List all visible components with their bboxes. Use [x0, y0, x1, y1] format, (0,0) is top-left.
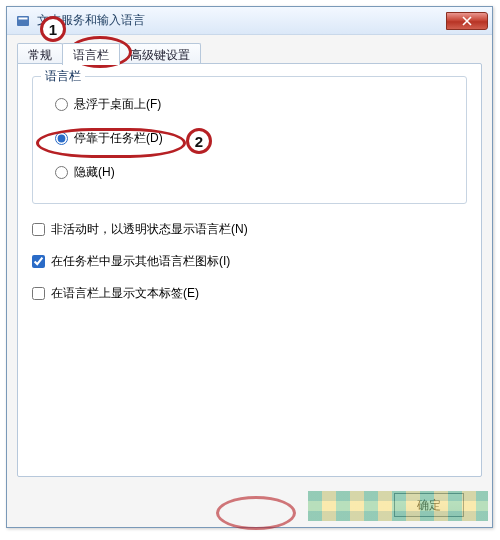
tab-panel-language-bar: 语言栏 悬浮于桌面上(F) 停靠于任务栏(D) 隐藏(H) 非活动时，以透 [17, 63, 482, 477]
tab-strip: 常规 语言栏 高级键设置 [17, 43, 200, 64]
check-extra-icons-input[interactable] [32, 255, 45, 268]
radio-hidden-input[interactable] [55, 166, 68, 179]
radio-hidden-label: 隐藏(H) [74, 164, 115, 181]
check-text-labels-input[interactable] [32, 287, 45, 300]
titlebar[interactable]: 文本服务和输入语言 [7, 7, 492, 35]
close-button[interactable] [446, 12, 488, 30]
radio-hidden[interactable]: 隐藏(H) [55, 163, 115, 181]
radio-float-input[interactable] [55, 98, 68, 111]
app-icon [15, 13, 31, 29]
window-buttons [446, 12, 488, 30]
dialog-footer: 确定 [7, 483, 492, 527]
radio-docked[interactable]: 停靠于任务栏(D) [55, 129, 163, 147]
checkbox-section: 非活动时，以透明状态显示语言栏(N) 在任务栏中显示其他语言栏图标(I) 在语言… [32, 220, 467, 316]
check-text-labels-label: 在语言栏上显示文本标签(E) [51, 285, 199, 302]
svg-rect-1 [19, 17, 28, 19]
radio-float-label: 悬浮于桌面上(F) [74, 96, 161, 113]
window-title: 文本服务和输入语言 [37, 12, 446, 29]
check-text-labels[interactable]: 在语言栏上显示文本标签(E) [32, 284, 467, 302]
radio-float[interactable]: 悬浮于桌面上(F) [55, 95, 161, 113]
tab-advanced[interactable]: 高级键设置 [119, 43, 201, 64]
check-extra-icons[interactable]: 在任务栏中显示其他语言栏图标(I) [32, 252, 467, 270]
check-extra-icons-label: 在任务栏中显示其他语言栏图标(I) [51, 253, 230, 270]
check-transparent-input[interactable] [32, 223, 45, 236]
tab-general[interactable]: 常规 [17, 43, 63, 64]
radio-docked-label: 停靠于任务栏(D) [74, 130, 163, 147]
radio-docked-input[interactable] [55, 132, 68, 145]
tab-language-bar[interactable]: 语言栏 [62, 43, 120, 65]
dialog-window: 文本服务和输入语言 常规 语言栏 高级键设置 语言栏 悬浮于桌面上(F) 停靠于… [6, 6, 493, 528]
group-language-bar: 语言栏 悬浮于桌面上(F) 停靠于任务栏(D) 隐藏(H) [32, 76, 467, 204]
check-transparent[interactable]: 非活动时，以透明状态显示语言栏(N) [32, 220, 467, 238]
check-transparent-label: 非活动时，以透明状态显示语言栏(N) [51, 221, 248, 238]
dialog-body: 常规 语言栏 高级键设置 语言栏 悬浮于桌面上(F) 停靠于任务栏(D) 隐藏(… [17, 43, 482, 477]
group-legend: 语言栏 [41, 68, 85, 85]
ok-button[interactable]: 确定 [394, 493, 464, 517]
